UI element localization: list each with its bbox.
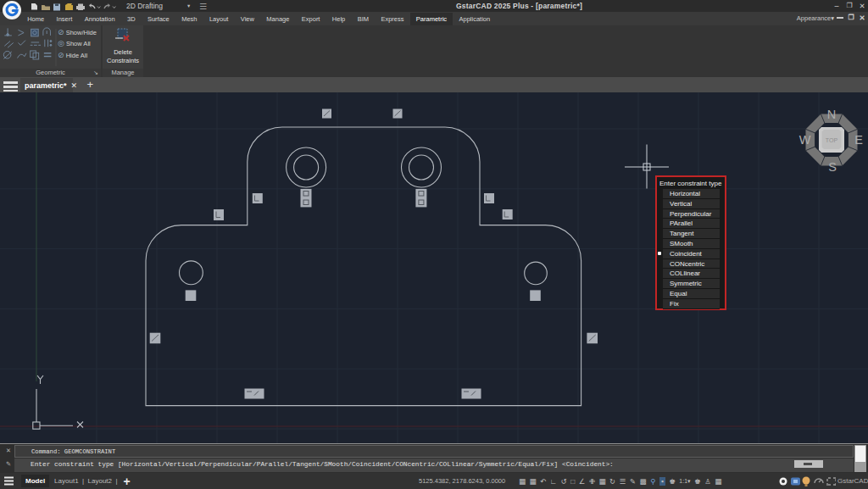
svg-text:S: S bbox=[828, 160, 837, 174]
svg-text:W: W bbox=[799, 133, 811, 147]
svg-text:N: N bbox=[827, 108, 836, 121]
svg-text:E: E bbox=[854, 133, 863, 147]
svg-text:TOP: TOP bbox=[826, 137, 838, 143]
